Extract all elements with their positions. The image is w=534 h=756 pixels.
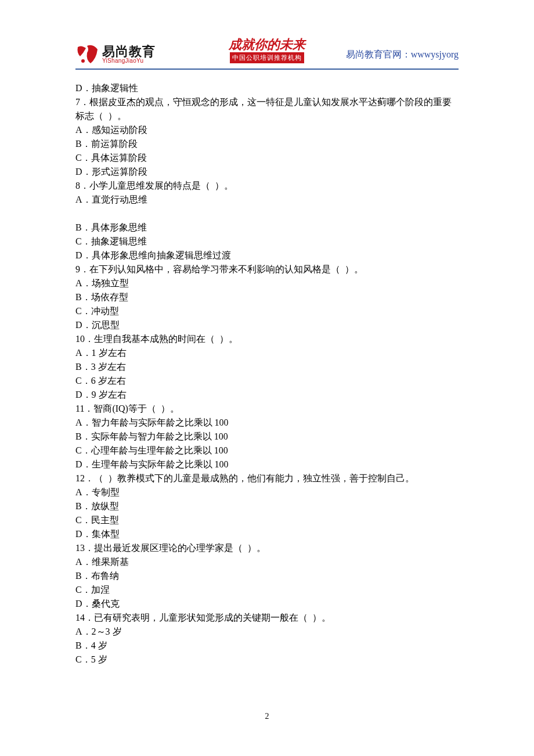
site-link: 易尚教育官网：wwwysjyorg: [346, 49, 459, 61]
text-line: C．冲动型: [75, 304, 459, 318]
text-line: 13．提出最近发展区理论的心理学家是（ ）。: [75, 541, 459, 555]
logo-block: 易尚教育 YiShangJiaoYu: [75, 44, 156, 66]
badge-text: 中国公职培训推荐机构: [230, 52, 304, 63]
text-line: 14．已有研究表明，儿童形状知觉形成的关键期一般在（ ）。: [75, 611, 459, 625]
text-line: 7．根据皮亚杰的观点，守恒观念的形成，这一特征是儿童认知发展水平达蓟哪个阶段的重…: [75, 95, 459, 123]
text-line: 11．智商(IQ)等于（ ）。: [75, 402, 459, 416]
slogan-text: 成就你的未来: [229, 38, 305, 51]
document-body: D．抽象逻辑性7．根据皮亚杰的观点，守恒观念的形成，这一特征是儿童认知发展水平达…: [75, 81, 459, 667]
text-line: A．1 岁左右: [75, 346, 459, 360]
text-line: D．9 岁左右: [75, 388, 459, 402]
logo-icon: [75, 44, 100, 66]
page-header: 易尚教育 YiShangJiaoYu 成就你的未来 中国公职培训推荐机构 易尚教…: [75, 41, 459, 70]
text-line: B．布鲁纳: [75, 569, 459, 583]
page-number: 2: [0, 712, 534, 721]
text-line: B．4 岁: [75, 639, 459, 653]
text-line: 9．在下列认知风格中，容易给学习带来不利影响的认知风格是（ ）。: [75, 262, 459, 276]
text-line: D．具体形象思维向抽象逻辑思维过渡: [75, 249, 459, 262]
text-line: A．维果斯基: [75, 555, 459, 569]
text-line: B．前运算阶段: [75, 137, 459, 151]
svg-point-0: [81, 59, 85, 63]
text-line: A．场独立型: [75, 276, 459, 290]
logo-pinyin: YiShangJiaoYu: [102, 58, 156, 64]
text-line: B．3 岁左右: [75, 360, 459, 374]
text-line: D．沉思型: [75, 318, 459, 332]
text-line: D．桑代克: [75, 597, 459, 611]
logo-text: 易尚教育 YiShangJiaoYu: [102, 45, 156, 64]
text-line: B．实际年龄与智力年龄之比乘以 100: [75, 430, 459, 444]
text-line: C．加涅: [75, 583, 459, 597]
logo-cn: 易尚教育: [102, 45, 156, 58]
text-line: C．民主型: [75, 513, 459, 527]
text-line: [75, 207, 459, 221]
text-line: D．集体型: [75, 527, 459, 541]
text-line: C．心理年龄与生理年龄之比乘以 100: [75, 444, 459, 458]
text-line: 10．生理自我基本成熟的时间在（ ）。: [75, 332, 459, 346]
text-line: 12．（ ）教养模式下的儿童是最成熟的，他们有能力，独立性强，善于控制自己。: [75, 471, 459, 485]
text-line: A．专制型: [75, 485, 459, 499]
text-line: B．放纵型: [75, 499, 459, 513]
header-center: 成就你的未来 中国公职培训推荐机构: [229, 38, 305, 63]
text-line: A．智力年龄与实际年龄之比乘以 100: [75, 416, 459, 430]
text-line: D．抽象逻辑性: [75, 81, 459, 95]
text-line: C．抽象逻辑思维: [75, 235, 459, 249]
text-line: D．形式运算阶段: [75, 165, 459, 179]
text-line: B．场依存型: [75, 290, 459, 304]
text-line: C．6 岁左右: [75, 374, 459, 388]
text-line: 8．小学儿童思维发展的特点是（ ）。: [75, 179, 459, 193]
text-line: A．2～3 岁: [75, 625, 459, 639]
text-line: A．感知运动阶段: [75, 123, 459, 137]
text-line: C．5 岁: [75, 653, 459, 667]
text-line: D．生理年龄与实际年龄之比乘以 100: [75, 458, 459, 471]
text-line: C．具体运算阶段: [75, 151, 459, 165]
text-line: A．直觉行动思维: [75, 193, 459, 207]
text-line: B．具体形象思维: [75, 221, 459, 235]
